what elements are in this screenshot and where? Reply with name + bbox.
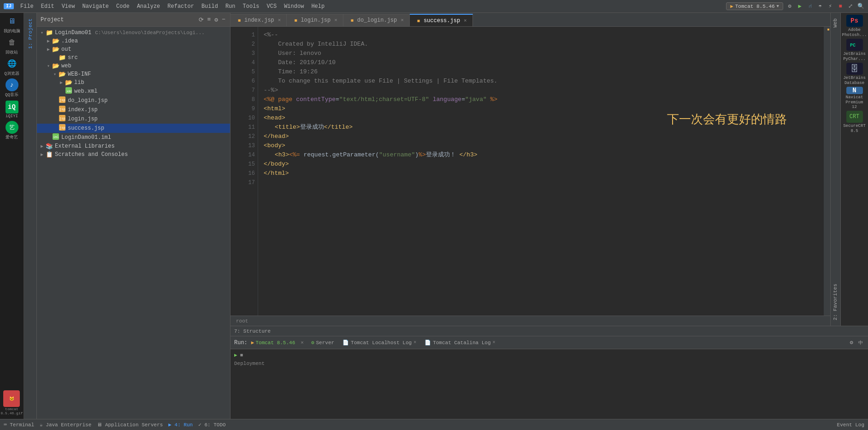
desktop-strip: 🖥 我的电脑 🗑 回收站 🌐 Q浏览器 ♪ QQ音乐 iQ iQIYI 艺 爱奇… — [0, 13, 24, 419]
app-pycharm[interactable]: PC JetBrainsPyChar... — [843, 39, 866, 62]
tab-success-label: success.jsp — [424, 18, 460, 24]
favorites-vtab[interactable]: 2: Favorites — [831, 278, 840, 326]
src-folder-icon: 📁 — [58, 54, 66, 61]
collapse-icon[interactable]: ≡ — [207, 15, 212, 24]
tab-login-close[interactable]: × — [334, 18, 337, 23]
desktop-icon-computer[interactable]: 🖥 我的电脑 — [2, 15, 22, 34]
run-encoding-icon[interactable]: 中 — [857, 339, 864, 346]
error-marker — [827, 29, 829, 30]
profile-icon[interactable]: ⚡ — [827, 3, 834, 10]
tree-web[interactable]: ▾ 📂 web — [37, 62, 230, 70]
tree-index[interactable]: jsp index.jsp — [37, 105, 230, 114]
desktop-icon-iqiyi[interactable]: iQ iQIYI — [2, 100, 22, 119]
status-app-servers[interactable]: 🖥 Application Servers — [97, 422, 163, 428]
status-event-log[interactable]: Event Log — [837, 422, 864, 428]
deployment-label: Deployment — [234, 361, 864, 366]
build-icon[interactable]: ⚙ — [786, 3, 793, 10]
catalina-tab-label: Tomcat Catalina Log — [433, 340, 490, 346]
tree-webxml[interactable]: xml web.xml — [37, 87, 230, 96]
tab-dologin[interactable]: ◼ do_login.jsp × — [343, 14, 410, 26]
tree-lib[interactable]: ▶ 📂 lib — [37, 78, 230, 87]
status-java-enterprise[interactable]: ☕ Java Enterprise — [40, 422, 91, 428]
tree-success[interactable]: jsp success.jsp — [37, 124, 230, 133]
tab-dologin-close[interactable]: × — [401, 18, 404, 23]
menu-help[interactable]: Help — [308, 2, 327, 11]
app-adobe[interactable]: Ps AdobePhotosh... — [843, 15, 866, 38]
root-arrow: ▾ — [39, 30, 45, 36]
desktop-icon-aiqiyi[interactable]: 艺 爱奇艺 — [2, 121, 22, 140]
minimize-icon[interactable]: − — [221, 15, 226, 24]
structure-vtab[interactable]: 7: Structure — [230, 328, 274, 334]
menu-navigate[interactable]: Navigate — [79, 2, 112, 11]
search-icon[interactable]: 🔍 — [857, 3, 864, 10]
menu-vcs[interactable]: VCS — [264, 2, 280, 11]
tree-iml[interactable]: iml LoginDamo01.iml — [37, 133, 230, 142]
localhost-tab-label: Tomcat Localhost Log — [351, 340, 412, 346]
run-tab-server[interactable]: ⚙ Server — [307, 339, 338, 346]
run-tab-catalina[interactable]: 📄 Tomcat Catalina Log × — [421, 339, 499, 346]
tree-login[interactable]: jsp login.jsp — [37, 114, 230, 124]
tab-index[interactable]: ◼ index.jsp × — [230, 14, 287, 26]
tab-index-close[interactable]: × — [278, 18, 281, 23]
status-bar: ⌨ Terminal ☕ Java Enterprise 🖥 Applicati… — [0, 419, 868, 430]
desktop-icon-browser[interactable]: 🌐 Q浏览器 — [2, 57, 22, 77]
navicat-label: NavicatPremium 12 — [843, 95, 866, 110]
menu-run[interactable]: Run — [223, 2, 238, 11]
index-tab-icon: ◼ — [236, 17, 242, 24]
stop-btn[interactable]: ■ — [240, 352, 243, 358]
iml-label: LoginDamo01.iml — [61, 134, 111, 141]
code-area[interactable]: <%-- Created by IntelliJ IDEA. User: len… — [258, 27, 824, 316]
webinf-label: WEB-INF — [68, 71, 91, 78]
app-navicat[interactable]: N NavicatPremium 12 — [843, 87, 866, 110]
play-btn[interactable]: ▶ — [234, 352, 237, 358]
expand-icon[interactable]: ⤢ — [847, 3, 854, 10]
database-label: JetBrainsDatabase — [843, 76, 866, 86]
menu-window[interactable]: Window — [281, 2, 307, 11]
status-todo[interactable]: ✓ 6: TODO — [198, 422, 225, 428]
tab-login[interactable]: ◼ login.jsp × — [287, 14, 343, 26]
run-icon[interactable]: ▶ — [796, 3, 803, 10]
tree-dologin[interactable]: jsp do_login.jsp — [37, 96, 230, 105]
webxml-icon: xml — [65, 87, 73, 96]
sync-icon[interactable]: ⟳ — [198, 15, 205, 24]
desktop-icon-recycle[interactable]: 🗑 回收站 — [2, 36, 22, 55]
menu-code[interactable]: Code — [113, 2, 132, 11]
menu-build[interactable]: Build — [199, 2, 221, 11]
menu-edit[interactable]: Edit — [38, 2, 57, 11]
run-settings-icon[interactable]: ⚙ — [848, 339, 855, 346]
catalina-tab-close[interactable]: × — [493, 340, 496, 345]
tree-scratches[interactable]: ▶ 📋 Scratches and Consoles — [37, 150, 230, 159]
localhost-tab-close[interactable]: × — [413, 340, 416, 345]
tree-idea[interactable]: ▶ 📂 .idea — [37, 37, 230, 45]
menu-bar-left: IJ File Edit View Navigate Code Analyze … — [4, 2, 726, 11]
todo-icon: ✓ — [198, 422, 201, 428]
settings-icon[interactable]: ⚙ — [213, 15, 219, 24]
run-tab-localhost[interactable]: 📄 Tomcat Localhost Log × — [339, 339, 420, 346]
coverage-icon[interactable]: ☂ — [816, 3, 824, 10]
tree-extlib[interactable]: ▶ 📚 External Libraries — [37, 142, 230, 150]
status-terminal[interactable]: ⌨ Terminal — [4, 422, 34, 428]
debug-icon[interactable]: ⑁ — [806, 3, 814, 10]
status-run[interactable]: ▶ 4: Run — [168, 422, 193, 428]
project-vtab[interactable]: 1: Project — [26, 13, 35, 54]
app-securecrt[interactable]: CRT SecureCRT8.5 — [843, 111, 866, 134]
run-tomcat-close[interactable]: × — [301, 340, 304, 346]
menu-tools[interactable]: Tools — [240, 2, 262, 11]
web-vtab[interactable]: Web — [831, 13, 840, 33]
desktop-icon-music[interactable]: ♪ QQ音乐 — [2, 78, 22, 98]
menu-refactor[interactable]: Refactor — [165, 2, 197, 11]
tree-webinf[interactable]: ▾ 📂 WEB-INF — [37, 70, 230, 78]
stop-icon[interactable]: ■ — [837, 3, 844, 10]
menu-analyze[interactable]: Analyze — [134, 2, 163, 11]
tab-success-close[interactable]: × — [464, 18, 467, 24]
tree-root[interactable]: ▾ 📁 LoginDamo01 C:\Users\lenovo\IdeaProj… — [37, 29, 230, 37]
tree-src[interactable]: 📁 src — [37, 54, 230, 62]
menu-file[interactable]: File — [18, 2, 36, 11]
menu-view[interactable]: View — [59, 2, 78, 11]
tree-out[interactable]: ▶ 📂 out — [37, 45, 230, 54]
app-database[interactable]: 🗄 JetBrainsDatabase — [843, 63, 866, 86]
tab-success[interactable]: ◼ success.jsp × — [410, 14, 473, 26]
tomcat-badge[interactable]: ▶ Tomcat 8.5.46 ▼ — [726, 2, 783, 10]
login-icon: jsp — [58, 115, 66, 123]
main-area: 🖥 我的电脑 🗑 回收站 🌐 Q浏览器 ♪ QQ音乐 iQ iQIYI 艺 爱奇… — [0, 13, 868, 419]
